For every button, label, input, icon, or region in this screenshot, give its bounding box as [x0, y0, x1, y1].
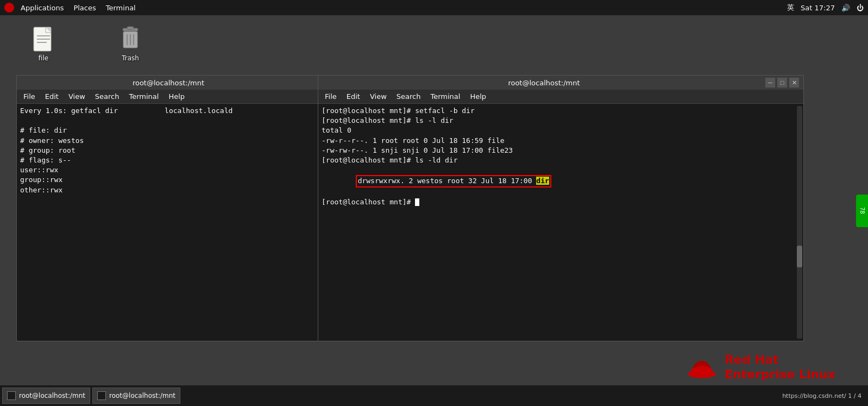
taskbar-item-1[interactable]: root@localhost:/mnt: [2, 388, 90, 404]
topbar-right: 英 Sat 17:27 🔊 ⏻: [787, 3, 864, 13]
term-right-terminal[interactable]: Terminal: [426, 91, 464, 102]
term-right-file[interactable]: File: [320, 91, 341, 102]
term-right-edit[interactable]: Edit: [342, 91, 364, 102]
terminal-title-right: root@localhost:/mnt: [323, 79, 765, 87]
terminal-title-left: root@localhost:/mnt: [21, 79, 316, 87]
term-left-terminal[interactable]: Terminal: [124, 91, 163, 102]
term-left-view[interactable]: View: [64, 91, 90, 102]
left-line-7: user::rwx: [20, 165, 317, 175]
file-icon: [30, 26, 56, 52]
left-line-8: group::rwx: [20, 175, 317, 185]
side-widget[interactable]: 78: [856, 195, 868, 227]
window-controls: ─ □ ✕: [765, 78, 799, 88]
top-menubar: Applications Places Terminal 英 Sat 17:27…: [0, 0, 868, 15]
dir-highlighted-text: dir: [536, 177, 549, 185]
redhat-line1: Red Hat: [725, 353, 835, 367]
term-right-search[interactable]: Search: [392, 91, 425, 102]
term-left-edit[interactable]: Edit: [41, 91, 63, 102]
terminal-menubar-right: File Edit View Search Terminal Help: [318, 90, 803, 104]
desktop: file Trash root@localhost:/mnt File Ed: [0, 15, 868, 406]
applications-menu[interactable]: Applications: [16, 3, 68, 13]
places-menu[interactable]: Places: [69, 3, 100, 13]
terminal-menu[interactable]: Terminal: [102, 3, 140, 13]
volume-icon[interactable]: 🔊: [841, 4, 850, 12]
redhat-icon: [4, 3, 14, 13]
redhat-text: Red Hat Enterprise Linux: [725, 353, 835, 382]
file-icon-label: file: [39, 54, 48, 62]
desktop-icon-trash[interactable]: Trash: [109, 26, 152, 62]
terminal-titlebar-right[interactable]: root@localhost:/mnt ─ □ ✕: [318, 76, 803, 90]
term-right-help[interactable]: Help: [466, 91, 490, 102]
left-line-5: # group: root: [20, 146, 317, 155]
right-line-7: drwsrwxrwx. 2 westos root 32 Jul 18 17:0…: [322, 165, 800, 197]
power-icon[interactable]: ⏻: [857, 4, 864, 12]
redhat-logo: Red Hat Enterprise Linux: [685, 353, 835, 382]
left-line-9: other::rwx: [20, 185, 317, 195]
right-line-8: [root@localhost mnt]#: [322, 197, 800, 207]
maximize-button[interactable]: □: [777, 78, 787, 88]
trash-icon: [117, 26, 143, 52]
left-line-6: # flags: s--: [20, 155, 317, 165]
term-left-search[interactable]: Search: [91, 91, 124, 102]
terminal-body-right[interactable]: [root@localhost mnt]# setfacl -b dir [ro…: [318, 104, 803, 341]
taskbar-item-2[interactable]: root@localhost:/mnt: [92, 388, 180, 404]
highlighted-dir-line: drwsrwxrwx. 2 westos root 32 Jul 18 17:0…: [356, 175, 551, 187]
svg-point-0: [5, 4, 13, 11]
clock: Sat 17:27: [801, 4, 835, 12]
right-line-4: -rw-r--r--. 1 root root 0 Jul 18 16:59 f…: [322, 136, 800, 146]
terminal-cursor: [415, 198, 419, 206]
left-line-4: # owner: westos: [20, 136, 317, 146]
left-line-1: Every 1.0s: getfacl dir localhost.locald: [20, 106, 317, 116]
terminal-titlebar-left[interactable]: root@localhost:/mnt: [17, 76, 320, 90]
right-line-1: [root@localhost mnt]# setfacl -b dir: [322, 106, 800, 116]
left-line-3: # file: dir: [20, 126, 317, 135]
minimize-button[interactable]: ─: [765, 78, 775, 88]
desktop-icon-file[interactable]: file: [22, 26, 65, 62]
taskbar-label-2: root@localhost:/mnt: [109, 392, 175, 399]
term-right-view[interactable]: View: [366, 91, 391, 102]
language-indicator: 英: [787, 3, 794, 13]
terminal-body-left[interactable]: Every 1.0s: getfacl dir localhost.locald…: [17, 104, 320, 341]
redhat-line2: Enterprise Linux: [725, 367, 835, 382]
right-line-3: total 0: [322, 126, 800, 135]
terminal-window-left: root@localhost:/mnt File Edit View Searc…: [16, 75, 320, 341]
trash-icon-label: Trash: [122, 54, 139, 62]
svg-rect-9: [127, 27, 134, 29]
taskbar: root@localhost:/mnt root@localhost:/mnt …: [0, 385, 868, 406]
left-line-2: [20, 116, 317, 126]
taskbar-label-1: root@localhost:/mnt: [19, 392, 85, 399]
taskbar-terminal-icon-1: [7, 391, 16, 400]
term-left-file[interactable]: File: [19, 91, 40, 102]
close-button[interactable]: ✕: [789, 78, 799, 88]
scrollbar[interactable]: [797, 106, 802, 339]
scrollbar-thumb[interactable]: [797, 246, 802, 267]
top-menu-items: Applications Places Terminal: [16, 3, 140, 13]
terminal-window-right: root@localhost:/mnt ─ □ ✕ File Edit View…: [318, 75, 804, 341]
right-line-5: -rw-rw-r--. 1 snji snji 0 Jul 18 17:00 f…: [322, 146, 800, 155]
taskbar-terminal-icon-2: [97, 391, 106, 400]
right-line-2: [root@localhost mnt]# ls -l dir: [322, 116, 800, 126]
term-left-help[interactable]: Help: [164, 91, 189, 102]
svg-point-15: [688, 370, 715, 378]
taskbar-right-info: https://blog.csdn.net/ 1 / 4: [782, 392, 866, 399]
terminal-menubar-left: File Edit View Search Terminal Help: [17, 90, 320, 104]
right-line-6: [root@localhost mnt]# ls -ld dir: [322, 155, 800, 165]
